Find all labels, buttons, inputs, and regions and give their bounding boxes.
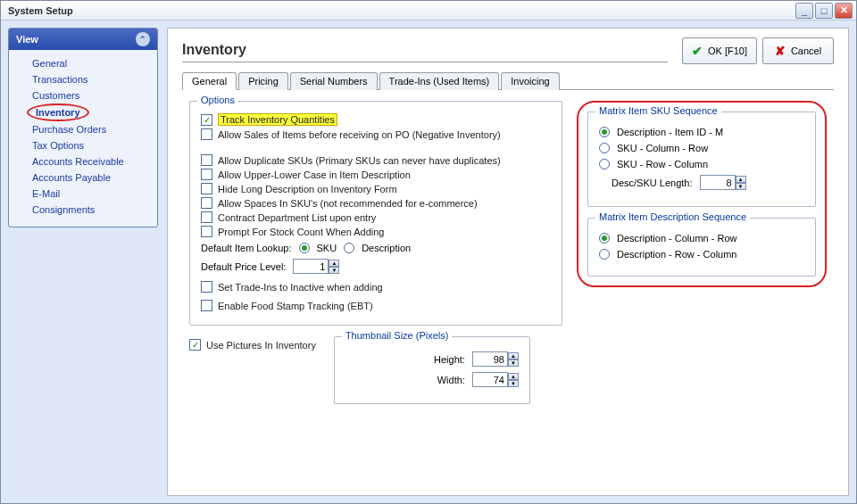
tab-general[interactable]: General [182,72,237,90]
view-panel: View ⌃ General Transactions Customers In… [8,28,158,227]
titlebar: System Setup _ □ ✕ [1,1,856,21]
check-icon: ✔ [692,44,703,58]
default-price-label: Default Price Level: [201,261,286,272]
upper-lower-checkbox[interactable] [201,169,212,180]
sidebar-item-purchase-orders[interactable]: Purchase Orders [9,121,157,137]
contract-dept-checkbox[interactable] [201,211,212,223]
len-spin-up[interactable]: ▲ [736,176,746,183]
len-spin-down[interactable]: ▼ [736,183,746,190]
price-spin-up[interactable]: ▲ [329,260,339,267]
page-title: Inventory [182,40,668,62]
track-inventory-label: Track Inventory Quantities [218,113,337,126]
use-pictures-label: Use Pictures In Inventory [206,340,316,351]
options-group: Options ✓ Track Inventory Quantities All… [189,101,562,326]
sku-seq-opt3-radio[interactable] [599,159,610,169]
sku-seq-legend: Matrix Item SKU Sequence [595,105,721,116]
height-spin-down[interactable]: ▼ [508,359,519,367]
prompt-stock-checkbox[interactable] [201,226,212,237]
allow-negative-label: Allow Sales of Items before receiving on… [218,129,501,140]
sidebar-item-general[interactable]: General [9,55,157,71]
sku-sequence-group: Matrix Item SKU Sequence Description - I… [587,112,816,207]
desc-seq-opt2-radio[interactable] [599,249,610,260]
sidebar-item-consignments[interactable]: Consignments [9,202,157,218]
thumb-width-input[interactable] [472,372,508,387]
hide-long-checkbox[interactable] [201,183,212,194]
allow-negative-checkbox[interactable] [201,128,212,140]
default-lookup-label: Default Item Lookup: [201,243,292,253]
tab-trade-ins[interactable]: Trade-Ins (Used Items) [379,72,500,90]
sidebar-item-email[interactable]: E-Mail [9,186,157,202]
sku-seq-opt1-radio[interactable] [599,127,610,137]
tradeins-checkbox[interactable] [201,281,212,293]
sidebar-item-tax-options[interactable]: Tax Options [9,137,157,153]
thumbnail-legend: Thumbnail Size (Pixels) [342,330,453,341]
tab-pricing[interactable]: Pricing [238,72,288,90]
height-spin-up[interactable]: ▲ [508,352,519,359]
close-button[interactable]: ✕ [835,3,853,19]
maximize-button[interactable]: □ [815,3,833,19]
tab-serial-numbers[interactable]: Serial Numbers [290,72,378,90]
ebt-checkbox[interactable] [201,300,212,311]
desc-seq-opt1-radio[interactable] [599,233,610,244]
collapse-icon[interactable]: ⌃ [136,32,150,46]
price-spin-down[interactable]: ▼ [329,267,339,274]
minimize-button[interactable]: _ [795,3,813,19]
sidebar-item-customers[interactable]: Customers [9,87,157,103]
default-price-input[interactable] [293,259,329,274]
dup-sku-checkbox[interactable] [201,154,212,166]
desc-seq-legend: Matrix Item Description Sequence [595,211,750,222]
lookup-desc-radio[interactable] [344,243,354,253]
cancel-button[interactable]: ✘ Cancel [762,37,834,64]
options-legend: Options [197,95,238,105]
width-spin-up[interactable]: ▲ [508,373,519,380]
thumbnail-group: Thumbnail Size (Pixels) Height: ▲▼ Width… [334,336,530,404]
track-inventory-checkbox[interactable]: ✓ [201,114,212,126]
window-title: System Setup [4,5,73,16]
ok-button[interactable]: ✔ OK [F10] [682,37,757,64]
sidebar-item-accounts-payable[interactable]: Accounts Payable [9,169,157,186]
tab-invoicing[interactable]: Invoicing [501,72,559,90]
lookup-sku-radio[interactable] [299,243,310,253]
thumb-height-input[interactable] [472,351,508,367]
x-icon: ✘ [775,44,786,58]
use-pictures-checkbox[interactable]: ✓ [189,339,201,351]
sidebar-item-inventory[interactable]: Inventory [27,103,89,121]
sku-length-input[interactable] [700,175,736,190]
matrix-highlight-wrap: Matrix Item SKU Sequence Description - I… [577,101,827,287]
width-spin-down[interactable]: ▼ [508,380,519,387]
view-header-label: View [16,34,38,45]
desc-sequence-group: Matrix Item Description Sequence Descrip… [587,218,816,277]
sidebar-item-transactions[interactable]: Transactions [9,71,157,87]
sidebar-item-accounts-receivable[interactable]: Accounts Receivable [9,153,157,169]
spaces-sku-checkbox[interactable] [201,197,212,209]
sku-seq-opt2-radio[interactable] [599,143,610,153]
